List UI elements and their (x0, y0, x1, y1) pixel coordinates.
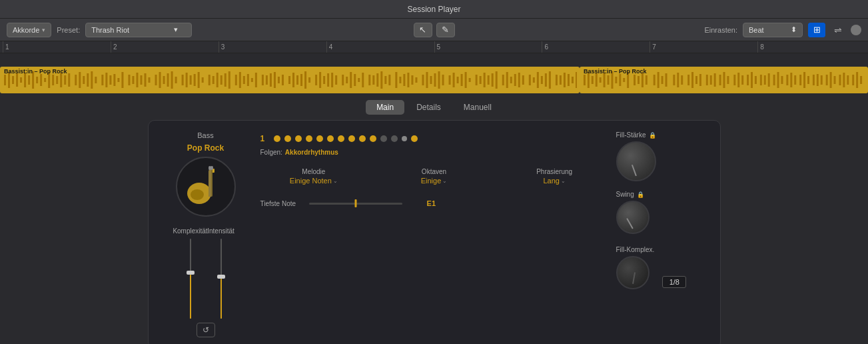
svg-rect-175 (781, 76, 783, 84)
pattern-dot-9[interactable] (359, 135, 366, 142)
melodie-chevron-icon: ⌄ (333, 178, 338, 184)
ruler-mark-7: 7 (650, 41, 757, 53)
beat-dropdown[interactable]: Beat ⬍ (743, 23, 803, 37)
svg-rect-17 (75, 75, 77, 85)
svg-rect-31 (136, 73, 138, 87)
svg-rect-61 (270, 73, 272, 87)
pattern-dot-4[interactable] (306, 135, 312, 142)
svg-rect-186 (830, 72, 832, 88)
pattern-dot-6[interactable] (327, 135, 334, 142)
swing-knob[interactable] (616, 201, 650, 234)
svg-rect-34 (149, 77, 151, 83)
snap-grid-btn[interactable]: ⊞ (808, 23, 825, 37)
svg-rect-95 (422, 75, 424, 85)
track-region-1[interactable]: Bassist:in – Pop Rock // This is static … (0, 67, 580, 93)
svg-rect-146 (646, 75, 648, 85)
pattern-dot-1[interactable] (274, 135, 280, 142)
value-box-container: 1/8 (662, 248, 686, 288)
svg-rect-14 (60, 73, 62, 87)
preset-label: Preset: (57, 26, 80, 34)
svg-rect-49 (217, 73, 218, 87)
svg-rect-187 (834, 76, 836, 84)
tiefste-note-value: E1 (416, 199, 436, 207)
loop-btn[interactable]: ⇌ (831, 23, 845, 37)
svg-rect-105 (465, 72, 467, 88)
oktaven-value[interactable]: Einige ⌄ (421, 177, 448, 185)
svg-rect-167 (747, 75, 749, 85)
intensitaet-slider[interactable] (220, 239, 222, 319)
svg-rect-60 (266, 75, 268, 85)
instrument-image[interactable] (176, 157, 236, 217)
swing-label: Swing 🔒 (616, 191, 644, 198)
svg-rect-91 (403, 74, 405, 86)
master-vol-btn[interactable] (851, 25, 861, 35)
svg-rect-80 (354, 74, 356, 86)
pattern-dot-2[interactable] (284, 135, 291, 142)
svg-rect-92 (407, 73, 409, 87)
svg-rect-74 (327, 73, 329, 87)
svg-rect-70 (308, 77, 310, 83)
tiefste-note-slider[interactable] (309, 203, 402, 205)
akkorde-dropdown[interactable]: Akkorde ▾ (7, 23, 51, 37)
svg-rect-173 (773, 75, 775, 85)
svg-rect-10 (44, 78, 46, 82)
svg-rect-160 (714, 73, 716, 87)
swing-group: Swing 🔒 (616, 191, 650, 234)
value-box[interactable]: 1/8 (662, 276, 686, 288)
pattern-dot-10[interactable] (370, 135, 376, 142)
pattern-dot-5[interactable] (316, 135, 323, 142)
preset-dropdown[interactable]: Thrash Riot ▾ (85, 23, 192, 37)
svg-rect-144 (638, 76, 640, 84)
svg-rect-100 (442, 75, 444, 85)
svg-rect-183 (817, 74, 819, 86)
pattern-dot-11[interactable] (380, 135, 387, 142)
fill-komplex-knob[interactable] (616, 256, 650, 289)
svg-rect-24 (105, 73, 107, 87)
reload-button[interactable]: ↺ (197, 323, 215, 337)
svg-rect-181 (807, 76, 809, 84)
tab-manuell[interactable]: Manuell (453, 100, 502, 115)
svg-rect-20 (87, 73, 89, 87)
svg-rect-190 (847, 75, 849, 85)
phrasierung-value[interactable]: Lang ⌄ (543, 177, 565, 185)
svg-rect-19 (83, 76, 85, 84)
svg-rect-163 (727, 76, 729, 84)
tabs: Main Details Manuell (366, 100, 502, 115)
tab-main[interactable]: Main (366, 100, 404, 115)
svg-rect-62 (274, 72, 276, 88)
tiefste-note-label: Tiefste Note (260, 200, 296, 207)
pattern-dot-14[interactable] (411, 135, 418, 142)
fill-staerke-label: Fill-Stärke 🔒 (616, 131, 656, 139)
toolbar: Akkorde ▾ Preset: Thrash Riot ▾ ↖ ✎ Einr… (0, 19, 868, 41)
svg-rect-58 (255, 73, 257, 87)
track-region-2[interactable]: Bassist:in – Pop Rock (580, 67, 868, 93)
svg-rect-174 (777, 72, 779, 88)
oktaven-chevron-icon: ⌄ (442, 178, 447, 184)
pattern-dot-8[interactable] (348, 135, 355, 142)
svg-rect-68 (300, 74, 302, 86)
track-region-label-2: Bassist:in – Pop Rock (584, 68, 647, 75)
svg-rect-57 (251, 78, 253, 82)
svg-rect-72 (319, 72, 321, 88)
pattern-dot-13[interactable] (402, 136, 407, 141)
pattern-dot-7[interactable] (338, 135, 344, 142)
komplexitaet-slider[interactable] (190, 239, 191, 319)
svg-rect-123 (545, 73, 547, 87)
pencil-tool-btn[interactable]: ✎ (436, 23, 455, 37)
pattern-dot-3[interactable] (295, 135, 302, 142)
toolbar-center: ↖ ✎ (414, 23, 455, 37)
svg-rect-2 (12, 76, 14, 84)
melodie-value[interactable]: Einige Noten ⌄ (290, 177, 338, 185)
fill-staerke-knob[interactable] (616, 141, 656, 181)
svg-rect-76 (335, 75, 337, 85)
svg-rect-166 (741, 75, 743, 85)
tab-details[interactable]: Details (406, 100, 452, 115)
svg-rect-22 (95, 77, 97, 83)
svg-rect-133 (592, 76, 594, 84)
pointer-tool-btn[interactable]: ↖ (414, 23, 432, 37)
pattern-dot-12[interactable] (391, 135, 398, 142)
svg-rect-26 (113, 74, 115, 86)
ruler-mark-4: 4 (326, 41, 434, 53)
svg-rect-117 (518, 73, 520, 87)
svg-rect-9 (40, 74, 42, 86)
